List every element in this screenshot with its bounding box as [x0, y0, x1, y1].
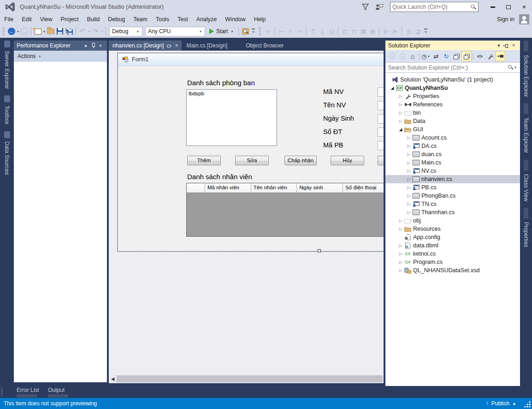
- toolbar-grip[interactable]: [2, 27, 5, 35]
- preview-selected-items-icon[interactable]: [495, 51, 505, 61]
- grid-column-4[interactable]: Số điện thoại: [343, 183, 384, 193]
- collapse-all-icon[interactable]: [451, 51, 461, 61]
- tree-item-references[interactable]: ▷References: [385, 100, 520, 109]
- expand-arrow-icon[interactable]: ▷: [397, 111, 404, 115]
- sync-with-active-document-icon[interactable]: ⇄: [431, 51, 441, 61]
- right-tab-solution-explorer[interactable]: Solution Explorer: [523, 41, 529, 97]
- menu-analyze[interactable]: Analyze: [192, 14, 221, 24]
- tree-item-nv-cs[interactable]: ▷NV.cs: [385, 167, 520, 175]
- window-position-dropdown-icon[interactable]: ▾: [495, 43, 502, 48]
- field-textbox-4[interactable]: [378, 128, 384, 137]
- form-button-1[interactable]: Thêm: [187, 156, 221, 165]
- bottom-tab-output[interactable]: Output: [48, 387, 65, 393]
- doc-tab-1[interactable]: nhanvien.cs [Design]×: [109, 41, 182, 51]
- expand-arrow-icon[interactable]: ▷: [406, 193, 412, 198]
- tree-item-pb-cs[interactable]: ▷PB.cs: [385, 183, 520, 192]
- solution-configuration-dropdown[interactable]: Debug▾: [109, 27, 142, 36]
- navigate-back-dropdown-icon[interactable]: ▾: [17, 29, 19, 34]
- tree-item-solution-quanlynhansu-1-project-[interactable]: Solution 'QuanLyNhanSu' (1 project): [385, 76, 520, 84]
- field-textbox-1[interactable]: [378, 88, 384, 97]
- expand-arrow-icon[interactable]: ▷: [406, 144, 412, 148]
- tree-item-program-cs[interactable]: ▷C#Program.cs: [385, 258, 520, 266]
- menu-edit[interactable]: Edit: [18, 14, 36, 24]
- menu-debug[interactable]: Debug: [104, 14, 129, 24]
- home-icon[interactable]: ⌂: [408, 51, 418, 61]
- quick-launch-input[interactable]: [392, 4, 470, 10]
- expand-arrow-icon[interactable]: ◢: [389, 86, 396, 90]
- pin-icon[interactable]: [502, 43, 510, 48]
- horizontal-scrollbar[interactable]: ◀: [109, 374, 384, 383]
- close-tab-icon[interactable]: ×: [175, 42, 178, 49]
- tree-item-nhanvien-cs[interactable]: ▷nhanvien.cs: [385, 175, 520, 183]
- publish-button[interactable]: ↑ Publish ▲: [486, 400, 516, 407]
- right-tab-properties[interactable]: Properties: [523, 208, 529, 247]
- expand-arrow-icon[interactable]: ▷: [406, 210, 412, 215]
- tree-item-ketnoi-cs[interactable]: ▷C#ketnoi.cs: [385, 250, 520, 258]
- tree-item-acount-cs[interactable]: ▷Acount.cs: [385, 134, 520, 142]
- tree-item-phongban-cs[interactable]: ▷PhongBan.cs: [385, 192, 520, 200]
- expand-arrow-icon[interactable]: ▷: [397, 218, 404, 223]
- close-button[interactable]: ×: [516, 1, 532, 13]
- right-tab-team-explorer[interactable]: Team Explorer: [523, 103, 529, 153]
- left-tab-data-sources[interactable]: Data Sources: [4, 131, 10, 175]
- back-icon[interactable]: ←: [387, 51, 397, 61]
- grid-column-2[interactable]: Tên nhân viên: [251, 183, 297, 193]
- window-resize-grip[interactable]: [524, 401, 531, 408]
- bottom-tab-error-list[interactable]: Error List: [17, 387, 39, 393]
- pin-icon[interactable]: [89, 42, 97, 49]
- solution-explorer-header[interactable]: Solution Explorer ▾ ×: [385, 41, 520, 50]
- tree-item-da-cs[interactable]: ▷DA.cs: [385, 142, 520, 150]
- tree-item-thannhan-cs[interactable]: ▷Thannhan.cs: [385, 208, 520, 216]
- view-code-icon[interactable]: <>: [475, 51, 485, 61]
- designed-form-selection[interactable]: Form1 Danh sách phòng ban lbdspb Mã NVTê…: [118, 53, 384, 251]
- feedback-filter-icon[interactable]: [362, 4, 369, 11]
- user-avatar[interactable]: [519, 14, 529, 24]
- expand-arrow-icon[interactable]: ▷: [397, 243, 404, 248]
- navigate-back-icon[interactable]: ←: [7, 26, 16, 36]
- expand-arrow-icon[interactable]: ▷: [397, 251, 404, 256]
- tree-item-bin[interactable]: ▷bin: [385, 109, 520, 117]
- grid-column-1[interactable]: Mã nhân viên: [205, 183, 251, 193]
- menu-build[interactable]: Build: [83, 14, 104, 24]
- expand-arrow-icon[interactable]: ▷: [397, 102, 404, 107]
- solution-search-input[interactable]: [388, 64, 508, 71]
- expand-arrow-icon[interactable]: ▷: [406, 177, 412, 181]
- layout-toolbar-overflow-icon[interactable]: ▾: [424, 29, 427, 34]
- close-panel-icon[interactable]: ×: [510, 43, 517, 48]
- expand-arrow-icon[interactable]: ◢: [397, 127, 404, 132]
- tree-item-duan-cs[interactable]: ▷duan.cs: [385, 150, 520, 158]
- tree-item-main-cs[interactable]: ▷Main.cs: [385, 158, 520, 167]
- find-in-files-icon[interactable]: [241, 26, 250, 36]
- designer-surface[interactable]: Form1 Danh sách phòng ban lbdspb Mã NVTê…: [109, 51, 384, 374]
- window-position-dropdown-icon[interactable]: ▾: [82, 43, 89, 48]
- menu-team[interactable]: Team: [129, 14, 152, 24]
- tree-item-tn-cs[interactable]: ▷TN.cs: [385, 200, 520, 208]
- forward-icon[interactable]: →: [397, 51, 408, 61]
- tree-item-properties[interactable]: ▷Properties: [385, 92, 520, 100]
- expand-arrow-icon[interactable]: ▷: [406, 135, 412, 140]
- expand-arrow-icon[interactable]: ▷: [397, 227, 404, 231]
- close-panel-icon[interactable]: ×: [97, 43, 104, 48]
- pin-icon[interactable]: [166, 43, 172, 48]
- solution-search-box[interactable]: ▾: [385, 62, 520, 73]
- tree-item-quanlynhansu[interactable]: ◢C#QuanLyNhanSu: [385, 84, 520, 92]
- minimize-button[interactable]: [485, 1, 501, 13]
- tree-item-app-config[interactable]: App.config: [385, 233, 520, 241]
- sign-in-link[interactable]: Sign in: [497, 16, 514, 23]
- save-all-icon[interactable]: [65, 26, 74, 36]
- form-button-2[interactable]: Sửa: [235, 156, 269, 165]
- new-project-icon[interactable]: [33, 26, 42, 36]
- menu-view[interactable]: View: [36, 14, 57, 24]
- expand-arrow-icon[interactable]: ▷: [397, 94, 404, 99]
- expand-arrow-icon[interactable]: ▷: [406, 169, 412, 173]
- expand-arrow-icon[interactable]: ▷: [397, 268, 404, 273]
- field-textbox-3[interactable]: [378, 114, 384, 123]
- menu-project[interactable]: Project: [57, 14, 83, 24]
- doc-tab-3[interactable]: Object Browser: [242, 41, 287, 51]
- expand-arrow-icon[interactable]: ▷: [406, 202, 412, 206]
- left-tab-server-explorer[interactable]: Server Explorer: [4, 41, 10, 89]
- start-debug-button[interactable]: Start ▾: [207, 28, 236, 35]
- search-options-dropdown-icon[interactable]: ▾: [514, 65, 516, 70]
- properties-wrench-icon[interactable]: [485, 51, 495, 61]
- employee-datagridview[interactable]: Mã nhân viênTên nhân viênNgày sinhSố điệ…: [186, 183, 384, 237]
